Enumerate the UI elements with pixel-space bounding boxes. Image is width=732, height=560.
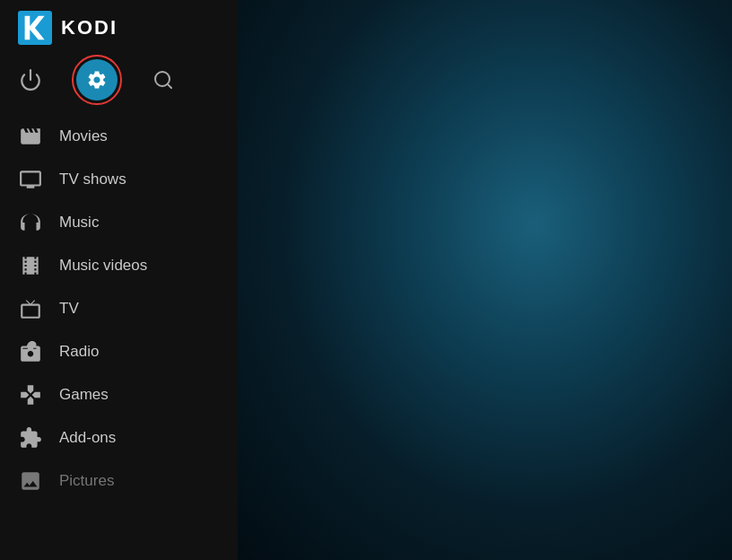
nav-item-pictures[interactable]: Pictures xyxy=(0,459,238,503)
top-icons-bar xyxy=(0,52,238,115)
logo-area: KODI xyxy=(0,0,238,52)
power-icon xyxy=(19,68,42,92)
music-videos-icon xyxy=(18,253,43,278)
games-icon xyxy=(18,382,43,407)
tv-icon xyxy=(18,296,43,321)
nav-item-music-videos[interactable]: Music videos xyxy=(0,244,238,287)
music-videos-label: Music videos xyxy=(59,257,147,275)
pictures-label: Pictures xyxy=(59,472,114,490)
tv-shows-icon xyxy=(18,167,43,192)
add-ons-icon xyxy=(18,425,43,451)
nav-item-music[interactable]: Music xyxy=(0,201,238,244)
nav-item-movies[interactable]: Movies xyxy=(0,115,238,158)
radio-label: Radio xyxy=(59,343,99,361)
search-button[interactable] xyxy=(133,57,194,102)
kodi-logo-icon xyxy=(18,11,52,45)
settings-button[interactable] xyxy=(61,57,133,102)
search-icon xyxy=(152,69,174,91)
tv-shows-label: TV shows xyxy=(59,171,126,188)
nav-item-tv-shows[interactable]: TV shows xyxy=(0,158,238,201)
tv-label: TV xyxy=(59,300,79,318)
nav-list: Movies TV shows Music xyxy=(0,115,238,560)
radio-icon xyxy=(18,339,43,364)
add-ons-label: Add-ons xyxy=(59,429,116,447)
music-icon xyxy=(18,210,43,235)
movies-label: Movies xyxy=(59,127,108,145)
svg-line-4 xyxy=(168,84,171,88)
power-button[interactable] xyxy=(0,57,61,102)
music-label: Music xyxy=(59,214,99,232)
sidebar: KODI xyxy=(0,0,238,560)
nav-item-add-ons[interactable]: Add-ons xyxy=(0,416,238,459)
settings-circle xyxy=(76,59,118,101)
pictures-icon xyxy=(18,468,43,494)
main-content xyxy=(238,0,732,560)
movies-icon xyxy=(18,124,43,149)
games-label: Games xyxy=(59,386,109,404)
nav-item-games[interactable]: Games xyxy=(0,373,238,416)
app-title: KODI xyxy=(61,16,118,39)
gear-icon xyxy=(86,69,108,91)
nav-item-radio[interactable]: Radio xyxy=(0,330,238,373)
nav-item-tv[interactable]: TV xyxy=(0,287,238,330)
